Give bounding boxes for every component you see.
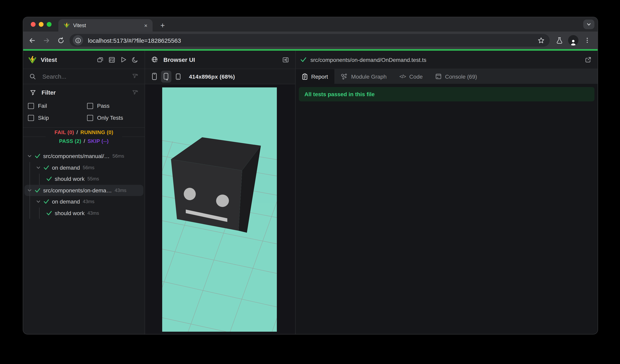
checkbox-icon[interactable] [87,103,93,109]
running-count: RUNNING (0) [80,129,113,135]
pass-count: PASS (2) [59,138,81,144]
filter-checkbox-only-tests[interactable]: Only Tests [87,112,140,123]
summary-line-2: PASS (2) / SKIP (--) [23,136,145,145]
chevron-down-icon [36,165,41,170]
dark-mode-button[interactable] [130,55,140,64]
tree-row-file-on-demand[interactable]: src/components/on-dema… 43ms [24,185,143,196]
profile-avatar[interactable] [568,35,578,45]
phone-icon [152,73,157,80]
tab-title: Vitest [73,22,142,28]
clipboard-icon [302,73,308,80]
url-text[interactable]: localhost:5173/#/?file=1828625563 [88,37,535,44]
dashboard-button[interactable] [107,55,117,64]
site-info-button[interactable] [73,35,83,45]
checkbox-icon[interactable] [87,115,93,121]
filter-title: Filter [42,89,56,96]
browser-tab[interactable]: Vitest × [58,19,153,31]
open-in-panel-button[interactable] [281,55,290,64]
filter-section: Filter Fail [23,84,145,127]
info-icon [75,37,81,43]
vitest-logo-icon [28,56,37,64]
experiments-button[interactable] [554,35,565,46]
screenshot-stage: Vitest × + [0,0,620,364]
external-link-icon [585,57,591,63]
browser-ui-header: Browser UI [145,51,295,69]
pass-check-icon [300,57,306,62]
tab-strip: Vitest × + [23,17,598,31]
filter-checkbox-skip[interactable]: Skip [28,112,87,123]
run-all-button[interactable] [119,55,128,64]
checkbox-icon[interactable] [28,103,34,109]
vitest-favicon-icon [63,22,70,29]
viewport-size-label: 414x896px (68%) [189,73,235,80]
open-external-button[interactable] [583,55,593,64]
search-input[interactable] [42,73,126,80]
report-tabs: Report Module Graph </> [296,69,598,84]
close-window-button[interactable] [31,22,36,27]
phone-plus-icon [163,73,169,80]
windows-stack-icon [97,57,104,63]
tablet-icon [175,73,181,80]
bookmark-star-button[interactable] [535,35,546,46]
clear-search-filter-icon[interactable] [130,72,140,81]
address-bar[interactable]: localhost:5173/#/?file=1828625563 [70,34,550,47]
pass-check-icon [46,211,52,216]
tree-row-test[interactable]: should work 43ms [24,207,143,219]
report-content: All tests passed in this file [296,84,598,334]
app-title: Vitest [41,56,57,63]
code-icon: </> [400,73,406,79]
device-phone-plus-button[interactable] [161,71,171,82]
detach-windows-button[interactable] [95,55,105,64]
tree-row-test[interactable]: should work 55ms [24,173,143,185]
traffic-lights [31,22,51,27]
tab-report[interactable]: Report [296,69,334,84]
sidebar-header: Vitest [23,51,145,69]
filter-checkbox-pass[interactable]: Pass [87,100,140,111]
test-viewport-3d-scene[interactable] [162,87,277,332]
file-path: src/components/on-demand/OnDemand.test.t… [310,57,579,63]
flask-icon [556,37,563,44]
tree-row-suite[interactable]: on demand 56ms [24,162,143,173]
robot-cube [171,137,261,233]
tree-row-file-manual[interactable]: src/components/manual/… 56ms [24,150,143,162]
chevron-down-icon [27,154,32,159]
test-summary: FAIL (0) / RUNNING (0) PASS (2) / SKIP (… [23,127,145,145]
tab-code[interactable]: </> Code [393,69,429,84]
all-tests-passed-banner: All tests passed in this file [299,87,594,101]
back-arrow-icon [29,37,35,44]
new-tab-button[interactable]: + [157,20,168,31]
person-icon [570,39,577,45]
summary-line-1: FAIL (0) / RUNNING (0) [23,128,145,136]
zoom-window-button[interactable] [47,22,51,27]
search-icon [28,72,38,81]
pass-check-icon [35,188,40,193]
device-toolbar: 414x896px (68%) [145,69,295,84]
device-tablet-button[interactable] [173,71,183,82]
back-button[interactable] [26,35,38,46]
search-row [23,69,145,84]
tab-list-chevron-button[interactable] [583,20,594,29]
toolbar-right-buttons [554,35,593,46]
checkbox-icon[interactable] [28,115,34,121]
tree-row-suite[interactable]: on demand 43ms [24,196,143,207]
tab-module-graph[interactable]: Module Graph [334,69,393,84]
device-phone-small-button[interactable] [149,71,159,82]
clear-filter-icon[interactable] [130,88,140,97]
browser-toolbar: localhost:5173/#/?file=1828625563 [23,31,598,49]
minimize-window-button[interactable] [39,22,44,27]
test-tree: src/components/manual/… 56ms on demand 5… [23,150,145,334]
reload-button[interactable] [55,35,66,46]
tab-close-icon[interactable]: × [142,22,149,29]
tab-console[interactable]: Console (69) [429,69,483,84]
kebab-menu-icon [584,37,590,44]
reload-icon [57,37,64,44]
forward-button[interactable] [41,35,52,46]
filter-checkbox-fail[interactable]: Fail [28,100,87,111]
menu-button[interactable] [582,35,593,46]
pass-check-icon [44,165,49,170]
dashboard-icon [109,57,115,63]
report-panel: src/components/on-demand/OnDemand.test.t… [296,51,598,334]
file-header: src/components/on-demand/OnDemand.test.t… [296,51,598,69]
globe-icon [150,55,159,64]
vitest-ui: Vitest [23,51,598,334]
